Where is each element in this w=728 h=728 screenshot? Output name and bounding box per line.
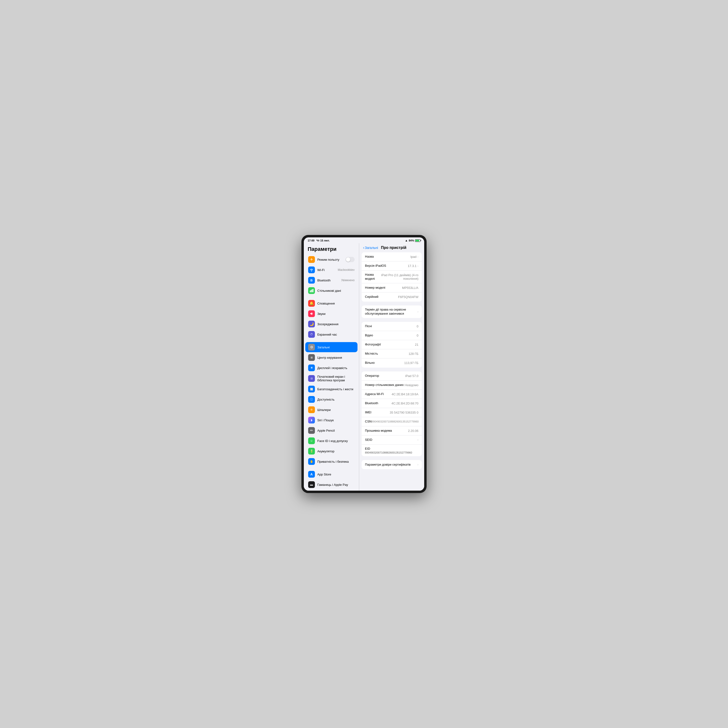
- main-content: Параметри ✈ Режим польоту Wi-Fi Macbookk…: [304, 243, 424, 491]
- svg-rect-3: [313, 289, 314, 292]
- wifi-icon: [308, 266, 315, 273]
- svg-rect-2: [312, 289, 312, 292]
- wifi-icon: ▲: [405, 239, 408, 242]
- warranty-value: ›: [418, 310, 418, 314]
- sidebar-item-multitask[interactable]: ⬜ Багатозадачність і жести: [305, 384, 358, 394]
- modem-label: Прошивка модема: [365, 429, 408, 433]
- modelname-value: iPad Pro (11 дюймів) (4-го покоління): [375, 273, 418, 280]
- cellnumber-label: Номер стільникових даних: [365, 383, 405, 387]
- serial-value: F6F5QN04FW: [398, 295, 418, 299]
- battery-label: Акумулятор: [317, 450, 355, 453]
- sidebar-item-airplane[interactable]: ✈ Режим польоту: [305, 254, 358, 265]
- display-label: Дисплей і яскравість: [317, 366, 355, 370]
- status-bar-right: ▲ 84%: [405, 239, 421, 242]
- modelnumber-value: MP553LL/A: [402, 286, 418, 290]
- appstore-label: App Store: [317, 473, 355, 476]
- accessibility-label: Доступність: [317, 398, 355, 401]
- cert-value: ›: [418, 463, 418, 466]
- general-icon: ⚙: [308, 344, 315, 350]
- detail-section-cert: Параметри довіри сертифікатів ›: [362, 460, 422, 469]
- bluetooth-addr-value: 4C:2E:B4:2D:68:70: [392, 402, 418, 405]
- sidebar-item-wifi[interactable]: Wi-Fi Macbookkiev: [305, 265, 358, 275]
- sidebar-item-pencil[interactable]: ✏ Apple Pencil: [305, 425, 358, 436]
- sidebar-item-privacy[interactable]: ✋ Приватність і безпека: [305, 456, 358, 466]
- pencil-icon: ✏: [308, 427, 315, 434]
- detail-row-bluetooth: Bluetooth 4C:2E:B4:2D:68:70: [362, 399, 422, 408]
- serial-label: Серійний: [365, 295, 398, 299]
- detail-row-ipados[interactable]: Версія iPadOS 17.3.1 ›: [362, 262, 422, 271]
- sidebar-item-accessibility[interactable]: ⓘ Доступність: [305, 394, 358, 404]
- sidebar-item-homescreen[interactable]: ⊟ Початковий екран і бібліотека програм: [305, 373, 358, 384]
- siri-icon: ◗: [308, 417, 315, 424]
- sidebar-item-focus[interactable]: 🌙 Зосередження: [305, 319, 358, 329]
- eid-value: 89049032007108882600135152779960: [365, 451, 412, 454]
- detail-row-eid: EID 89049032007108882600135152779960: [362, 445, 422, 456]
- detail-row-serial: Серійний F6F5QN04FW: [362, 292, 422, 302]
- capacity-value: 128 ГБ: [408, 352, 418, 356]
- wifiaddr-value: 4C:2E:B4:18:19:6A: [392, 392, 418, 396]
- detail-panel: ‹ Загальні Про пристрій Назва Ipad › Вер…: [359, 243, 424, 491]
- display-icon: ☀: [308, 364, 315, 371]
- airplane-label: Режим польоту: [317, 258, 343, 262]
- sidebar-item-appstore[interactable]: A App Store: [305, 469, 358, 479]
- sidebar-item-battery[interactable]: 🔋 Акумулятор: [305, 446, 358, 456]
- sidebar-item-notifications[interactable]: 🔔 Сповіщення: [305, 298, 358, 308]
- detail-row-modelnumber: Номер моделі MP553LL/A: [362, 283, 422, 292]
- detail-section-network: Оператор iPad 57.0 Номер стільникових да…: [362, 372, 422, 456]
- sidebar-item-cellular[interactable]: Стільникові дані: [305, 286, 358, 296]
- bluetooth-value: Увімкнено: [341, 278, 355, 282]
- sidebar-item-faceid[interactable]: ☺ Face ID і код допуску: [305, 436, 358, 446]
- name-label: Назва: [365, 255, 410, 259]
- status-bar-left: 17:00 Чт 15 лют.: [307, 239, 330, 242]
- sidebar-item-siri[interactable]: ◗ Siri і Пошук: [305, 415, 358, 425]
- detail-section-warranty: Термін дії права на сервісне обслуговува…: [362, 306, 422, 318]
- sidebar: Параметри ✈ Режим польоту Wi-Fi Macbookk…: [304, 243, 359, 491]
- detail-row-wifiaddr: Адреса Wi-Fi 4C:2E:B4:18:19:6A: [362, 390, 422, 399]
- sounds-label: Звуки: [317, 312, 355, 316]
- video-label: Відео: [365, 333, 417, 338]
- free-label: Вільно: [365, 361, 404, 365]
- detail-row-name[interactable]: Назва Ipad ›: [362, 252, 422, 262]
- detail-row-photos: Фотографії 21: [362, 340, 422, 349]
- controlcenter-label: Центр керування: [317, 356, 355, 359]
- detail-title: Про пристрій: [379, 246, 408, 250]
- pencil-label: Apple Pencil: [317, 429, 355, 432]
- cellnumber-value: Невідомо: [405, 383, 418, 387]
- homescreen-icon: ⊟: [308, 375, 315, 382]
- back-chevron-icon: ‹: [363, 246, 364, 250]
- sidebar-item-bluetooth[interactable]: B Bluetooth Увімкнено: [305, 275, 358, 285]
- sidebar-group-connectivity: ✈ Режим польоту Wi-Fi Macbookkiev B Blue…: [304, 254, 359, 296]
- modelnumber-label: Номер моделі: [365, 286, 402, 290]
- photos-label: Фотографії: [365, 343, 415, 347]
- detail-row-cert[interactable]: Параметри довіри сертифікатів ›: [362, 460, 422, 469]
- capacity-label: Місткість: [365, 352, 408, 356]
- photos-value: 21: [415, 343, 418, 346]
- detail-row-warranty[interactable]: Термін дії права на сервісне обслуговува…: [362, 306, 422, 318]
- wifi-value: Macbookkiev: [338, 268, 355, 272]
- sidebar-item-screentime[interactable]: ⏱ Екранний час: [305, 329, 358, 340]
- screentime-label: Екранний час: [317, 333, 355, 336]
- multitask-icon: ⬜: [308, 385, 315, 392]
- csn-label: CSN: [365, 420, 372, 424]
- appstore-icon: A: [308, 471, 315, 478]
- csn-value: 89049032007108882600135152779960: [372, 420, 419, 423]
- sidebar-item-sounds[interactable]: Звуки: [305, 309, 358, 319]
- date-display: Чт 15 лют.: [316, 239, 330, 242]
- airplane-toggle[interactable]: [346, 257, 355, 262]
- detail-row-seid[interactable]: SEID ›: [362, 436, 422, 445]
- status-bar: 17:00 Чт 15 лют. ▲ 84%: [304, 237, 424, 243]
- wifi-label: Wi-Fi: [317, 268, 335, 272]
- seid-value: ›: [418, 438, 418, 442]
- homescreen-label: Початковий екран і бібліотека програм: [317, 375, 355, 382]
- back-button[interactable]: ‹ Загальні: [363, 246, 378, 250]
- cert-label: Параметри довіри сертифікатів: [365, 463, 418, 467]
- sidebar-item-display[interactable]: ☀ Дисплей і яскравість: [305, 363, 358, 373]
- sidebar-item-wallet[interactable]: ▬ Гаманець і Apple Pay: [305, 480, 358, 490]
- faceid-label: Face ID і код допуску: [317, 439, 355, 443]
- wallet-icon: ▬: [308, 481, 315, 488]
- detail-row-video: Відео 0: [362, 331, 422, 340]
- sidebar-item-wallpaper[interactable]: ❊ Шпалери: [305, 405, 358, 415]
- sidebar-item-controlcenter[interactable]: ⊞ Центр керування: [305, 352, 358, 362]
- battery-icon: 🔋: [308, 448, 315, 454]
- sidebar-item-general[interactable]: ⚙ Загальні: [305, 342, 358, 352]
